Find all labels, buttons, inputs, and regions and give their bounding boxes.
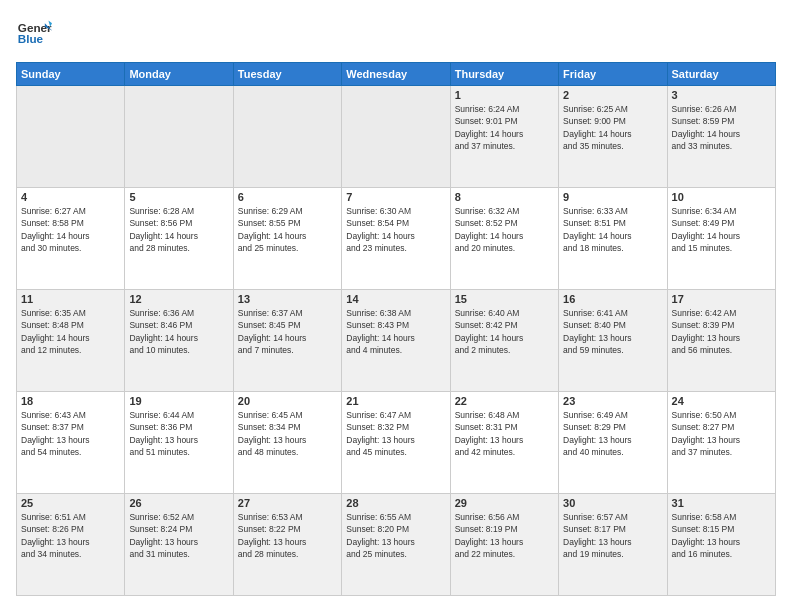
day-info: Sunrise: 6:27 AM Sunset: 8:58 PM Dayligh… xyxy=(21,205,120,254)
day-number: 3 xyxy=(672,89,771,101)
calendar-cell: 3Sunrise: 6:26 AM Sunset: 8:59 PM Daylig… xyxy=(667,86,775,188)
calendar-cell: 25Sunrise: 6:51 AM Sunset: 8:26 PM Dayli… xyxy=(17,494,125,596)
page: General Blue SundayMondayTuesdayWednesda… xyxy=(0,0,792,612)
day-info: Sunrise: 6:24 AM Sunset: 9:01 PM Dayligh… xyxy=(455,103,554,152)
day-number: 21 xyxy=(346,395,445,407)
calendar-cell: 28Sunrise: 6:55 AM Sunset: 8:20 PM Dayli… xyxy=(342,494,450,596)
day-info: Sunrise: 6:49 AM Sunset: 8:29 PM Dayligh… xyxy=(563,409,662,458)
day-number: 23 xyxy=(563,395,662,407)
day-number: 11 xyxy=(21,293,120,305)
calendar-cell: 22Sunrise: 6:48 AM Sunset: 8:31 PM Dayli… xyxy=(450,392,558,494)
day-number: 19 xyxy=(129,395,228,407)
week-row-5: 25Sunrise: 6:51 AM Sunset: 8:26 PM Dayli… xyxy=(17,494,776,596)
calendar-cell: 5Sunrise: 6:28 AM Sunset: 8:56 PM Daylig… xyxy=(125,188,233,290)
day-info: Sunrise: 6:40 AM Sunset: 8:42 PM Dayligh… xyxy=(455,307,554,356)
calendar-table: SundayMondayTuesdayWednesdayThursdayFrid… xyxy=(16,62,776,596)
day-number: 13 xyxy=(238,293,337,305)
day-info: Sunrise: 6:43 AM Sunset: 8:37 PM Dayligh… xyxy=(21,409,120,458)
day-number: 15 xyxy=(455,293,554,305)
calendar-cell: 24Sunrise: 6:50 AM Sunset: 8:27 PM Dayli… xyxy=(667,392,775,494)
day-info: Sunrise: 6:25 AM Sunset: 9:00 PM Dayligh… xyxy=(563,103,662,152)
calendar-cell: 30Sunrise: 6:57 AM Sunset: 8:17 PM Dayli… xyxy=(559,494,667,596)
weekday-sunday: Sunday xyxy=(17,63,125,86)
day-info: Sunrise: 6:45 AM Sunset: 8:34 PM Dayligh… xyxy=(238,409,337,458)
weekday-friday: Friday xyxy=(559,63,667,86)
calendar-cell: 11Sunrise: 6:35 AM Sunset: 8:48 PM Dayli… xyxy=(17,290,125,392)
calendar-cell: 20Sunrise: 6:45 AM Sunset: 8:34 PM Dayli… xyxy=(233,392,341,494)
day-number: 1 xyxy=(455,89,554,101)
day-info: Sunrise: 6:53 AM Sunset: 8:22 PM Dayligh… xyxy=(238,511,337,560)
day-info: Sunrise: 6:58 AM Sunset: 8:15 PM Dayligh… xyxy=(672,511,771,560)
day-number: 14 xyxy=(346,293,445,305)
day-number: 30 xyxy=(563,497,662,509)
day-number: 22 xyxy=(455,395,554,407)
day-info: Sunrise: 6:34 AM Sunset: 8:49 PM Dayligh… xyxy=(672,205,771,254)
calendar-cell: 4Sunrise: 6:27 AM Sunset: 8:58 PM Daylig… xyxy=(17,188,125,290)
calendar-cell xyxy=(342,86,450,188)
calendar-cell: 14Sunrise: 6:38 AM Sunset: 8:43 PM Dayli… xyxy=(342,290,450,392)
day-info: Sunrise: 6:41 AM Sunset: 8:40 PM Dayligh… xyxy=(563,307,662,356)
day-number: 24 xyxy=(672,395,771,407)
calendar-cell: 15Sunrise: 6:40 AM Sunset: 8:42 PM Dayli… xyxy=(450,290,558,392)
calendar-cell: 19Sunrise: 6:44 AM Sunset: 8:36 PM Dayli… xyxy=(125,392,233,494)
day-info: Sunrise: 6:28 AM Sunset: 8:56 PM Dayligh… xyxy=(129,205,228,254)
week-row-1: 1Sunrise: 6:24 AM Sunset: 9:01 PM Daylig… xyxy=(17,86,776,188)
day-number: 10 xyxy=(672,191,771,203)
day-info: Sunrise: 6:36 AM Sunset: 8:46 PM Dayligh… xyxy=(129,307,228,356)
calendar-cell: 27Sunrise: 6:53 AM Sunset: 8:22 PM Dayli… xyxy=(233,494,341,596)
week-row-2: 4Sunrise: 6:27 AM Sunset: 8:58 PM Daylig… xyxy=(17,188,776,290)
calendar-cell: 31Sunrise: 6:58 AM Sunset: 8:15 PM Dayli… xyxy=(667,494,775,596)
day-number: 20 xyxy=(238,395,337,407)
calendar-cell: 23Sunrise: 6:49 AM Sunset: 8:29 PM Dayli… xyxy=(559,392,667,494)
day-number: 5 xyxy=(129,191,228,203)
weekday-tuesday: Tuesday xyxy=(233,63,341,86)
day-info: Sunrise: 6:42 AM Sunset: 8:39 PM Dayligh… xyxy=(672,307,771,356)
day-info: Sunrise: 6:50 AM Sunset: 8:27 PM Dayligh… xyxy=(672,409,771,458)
calendar-cell: 16Sunrise: 6:41 AM Sunset: 8:40 PM Dayli… xyxy=(559,290,667,392)
day-number: 25 xyxy=(21,497,120,509)
day-info: Sunrise: 6:44 AM Sunset: 8:36 PM Dayligh… xyxy=(129,409,228,458)
day-number: 6 xyxy=(238,191,337,203)
calendar-cell: 17Sunrise: 6:42 AM Sunset: 8:39 PM Dayli… xyxy=(667,290,775,392)
day-number: 7 xyxy=(346,191,445,203)
calendar-cell: 2Sunrise: 6:25 AM Sunset: 9:00 PM Daylig… xyxy=(559,86,667,188)
day-info: Sunrise: 6:55 AM Sunset: 8:20 PM Dayligh… xyxy=(346,511,445,560)
day-info: Sunrise: 6:26 AM Sunset: 8:59 PM Dayligh… xyxy=(672,103,771,152)
calendar-cell: 21Sunrise: 6:47 AM Sunset: 8:32 PM Dayli… xyxy=(342,392,450,494)
day-number: 16 xyxy=(563,293,662,305)
day-info: Sunrise: 6:33 AM Sunset: 8:51 PM Dayligh… xyxy=(563,205,662,254)
calendar-cell: 8Sunrise: 6:32 AM Sunset: 8:52 PM Daylig… xyxy=(450,188,558,290)
calendar-cell: 13Sunrise: 6:37 AM Sunset: 8:45 PM Dayli… xyxy=(233,290,341,392)
day-number: 29 xyxy=(455,497,554,509)
day-info: Sunrise: 6:51 AM Sunset: 8:26 PM Dayligh… xyxy=(21,511,120,560)
weekday-monday: Monday xyxy=(125,63,233,86)
calendar-cell xyxy=(233,86,341,188)
day-info: Sunrise: 6:30 AM Sunset: 8:54 PM Dayligh… xyxy=(346,205,445,254)
calendar-cell xyxy=(125,86,233,188)
calendar-cell: 18Sunrise: 6:43 AM Sunset: 8:37 PM Dayli… xyxy=(17,392,125,494)
weekday-wednesday: Wednesday xyxy=(342,63,450,86)
logo-icon: General Blue xyxy=(16,16,52,52)
day-number: 18 xyxy=(21,395,120,407)
day-info: Sunrise: 6:32 AM Sunset: 8:52 PM Dayligh… xyxy=(455,205,554,254)
day-info: Sunrise: 6:52 AM Sunset: 8:24 PM Dayligh… xyxy=(129,511,228,560)
day-info: Sunrise: 6:56 AM Sunset: 8:19 PM Dayligh… xyxy=(455,511,554,560)
calendar-cell: 7Sunrise: 6:30 AM Sunset: 8:54 PM Daylig… xyxy=(342,188,450,290)
weekday-saturday: Saturday xyxy=(667,63,775,86)
logo: General Blue xyxy=(16,16,52,52)
day-number: 31 xyxy=(672,497,771,509)
header: General Blue xyxy=(16,16,776,52)
day-number: 8 xyxy=(455,191,554,203)
day-number: 28 xyxy=(346,497,445,509)
calendar-cell: 1Sunrise: 6:24 AM Sunset: 9:01 PM Daylig… xyxy=(450,86,558,188)
day-number: 26 xyxy=(129,497,228,509)
day-number: 27 xyxy=(238,497,337,509)
day-info: Sunrise: 6:35 AM Sunset: 8:48 PM Dayligh… xyxy=(21,307,120,356)
calendar-cell: 6Sunrise: 6:29 AM Sunset: 8:55 PM Daylig… xyxy=(233,188,341,290)
day-info: Sunrise: 6:38 AM Sunset: 8:43 PM Dayligh… xyxy=(346,307,445,356)
week-row-4: 18Sunrise: 6:43 AM Sunset: 8:37 PM Dayli… xyxy=(17,392,776,494)
calendar-cell: 26Sunrise: 6:52 AM Sunset: 8:24 PM Dayli… xyxy=(125,494,233,596)
day-number: 4 xyxy=(21,191,120,203)
day-number: 9 xyxy=(563,191,662,203)
day-number: 2 xyxy=(563,89,662,101)
